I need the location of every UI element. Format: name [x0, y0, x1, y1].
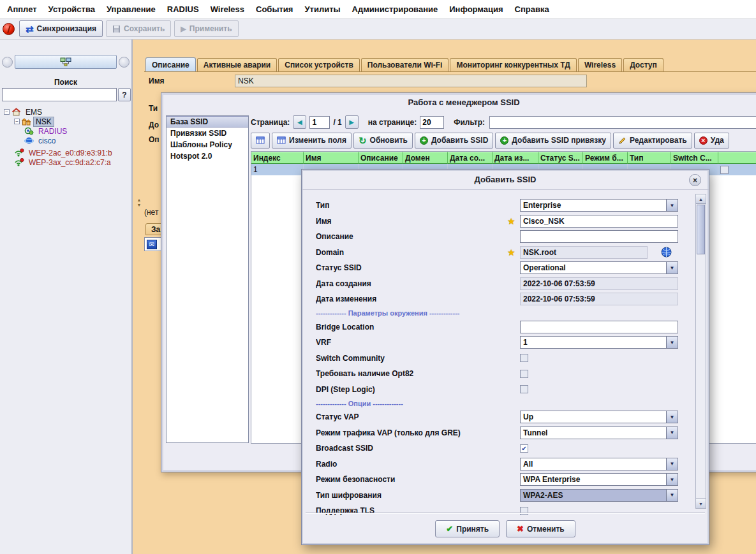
edit-fields-button[interactable]: Изменить поля: [272, 133, 352, 149]
field-select-1[interactable]: Enterprise▼: [520, 199, 678, 212]
field-select-18[interactable]: All▼: [520, 458, 678, 470]
column-header[interactable]: Имя: [304, 152, 359, 164]
search-help-button[interactable]: ?: [118, 88, 131, 101]
tab-7[interactable]: Доступ: [623, 58, 663, 71]
field-readonly-6: 2022-10-06 07:53:59: [520, 277, 678, 290]
menu-item-9[interactable]: Информация: [443, 0, 508, 18]
field-select-19[interactable]: WPA Enterprise▼: [520, 473, 678, 486]
column-header[interactable]: Домен: [403, 152, 448, 164]
domain-browse-button[interactable]: [661, 247, 672, 258]
add-ssid-binding-button[interactable]: +Добавить SSID привязку: [495, 133, 611, 149]
field-select-16[interactable]: Tunnel▼: [520, 426, 678, 439]
add-ssid-button[interactable]: +Добавить SSID: [415, 133, 493, 149]
nav-item-2[interactable]: Привязки SSID: [167, 128, 248, 139]
field-input-3[interactable]: [520, 230, 678, 243]
menu-item-3[interactable]: Управление: [101, 0, 161, 18]
mail-icon: ✉: [147, 240, 157, 249]
pagination-bar: Страница: ◀ / 1 ▶ на странице: Фильтр:: [251, 113, 756, 131]
tree-toggle-icon[interactable]: −: [4, 109, 10, 115]
tree-item[interactable]: WEP-3ax_cc:9d:a2:c7:a: [1, 157, 129, 167]
view-table-button[interactable]: [251, 133, 270, 149]
splitter[interactable]: ▲ ▼: [134, 40, 144, 554]
tree-item[interactable]: WEP-2ac_e0:d9:e3:91:b: [1, 148, 129, 157]
apply-icon: ▶: [181, 26, 186, 33]
filter-input[interactable]: [489, 116, 756, 129]
tab-5[interactable]: Мониторинг конкурентных ТД: [450, 58, 576, 71]
menu-item-8[interactable]: Администрирование: [346, 0, 444, 18]
close-icon[interactable]: ×: [689, 174, 701, 186]
select-value: Enterprise: [521, 200, 666, 211]
column-header[interactable]: Описание: [359, 152, 403, 164]
sync-button[interactable]: ⇄ Синхронизация: [19, 20, 103, 37]
field-label: Имя: [316, 217, 507, 226]
buttons-divider: [306, 513, 705, 514]
field-input-9[interactable]: [520, 321, 678, 333]
menu-item-5[interactable]: Wireless: [205, 0, 250, 18]
scroll-up-button[interactable]: ▲: [696, 194, 706, 204]
tree-item[interactable]: −NSK: [1, 117, 129, 126]
menu-item-7[interactable]: Утилиты: [299, 0, 346, 18]
prev-page-button[interactable]: ◀: [293, 115, 306, 129]
menu-item-2[interactable]: Устройства: [43, 0, 101, 18]
tree-item[interactable]: RADIUS: [1, 126, 129, 136]
scrollbar-thumb[interactable]: [697, 205, 705, 254]
column-header[interactable]: Дата со...: [448, 152, 493, 164]
panel-button-left[interactable]: [2, 57, 13, 68]
menu-item-1[interactable]: Апплет: [1, 0, 43, 18]
column-header[interactable]: Режим б...: [583, 152, 628, 164]
search-input[interactable]: [2, 88, 117, 101]
menu-item-6[interactable]: События: [250, 0, 299, 18]
nav-item-4[interactable]: Hotspot 2.0: [167, 150, 248, 162]
panel-button-right[interactable]: [119, 57, 130, 68]
per-page-input[interactable]: [420, 116, 444, 129]
field-select-10[interactable]: 1▼: [520, 336, 678, 349]
tab-2[interactable]: Активные аварии: [197, 58, 277, 71]
tab-1[interactable]: Описание: [145, 57, 196, 71]
field-select-15[interactable]: Up▼: [520, 411, 678, 423]
tab-4[interactable]: Пользователи Wi-Fi: [361, 58, 449, 71]
menu-item-10[interactable]: Справка: [509, 0, 555, 18]
field-checkbox-13[interactable]: [520, 385, 528, 393]
tree-toggle-icon[interactable]: −: [14, 119, 20, 124]
splitter-up-icon[interactable]: ▲: [137, 198, 142, 202]
column-header[interactable]: Статус S...: [538, 152, 583, 164]
field-checkbox-11[interactable]: [520, 354, 528, 362]
tree-item-label: NSK: [33, 117, 54, 127]
clipped-label-3: Оп: [149, 135, 159, 144]
field-select-20[interactable]: WPA2-AES▼: [520, 489, 678, 502]
tree-item[interactable]: −EMS: [1, 107, 129, 117]
tree-item[interactable]: cisco: [1, 136, 129, 145]
delete-button[interactable]: ×Уда: [694, 133, 729, 149]
column-header[interactable]: Тип: [628, 152, 671, 164]
field-checkbox-12[interactable]: [520, 370, 528, 378]
cancel-button[interactable]: ✖ Отменить: [506, 520, 575, 537]
field-checkbox-17[interactable]: ✔: [520, 444, 528, 453]
column-header[interactable]: Switch C...: [671, 152, 718, 164]
scroll-down-button[interactable]: ▼: [696, 499, 706, 508]
next-page-button[interactable]: ▶: [345, 115, 359, 129]
field-label: Switch Community: [316, 354, 507, 363]
edit-button[interactable]: Редактировать: [613, 133, 692, 149]
scrollbar[interactable]: ▲ ▼: [695, 194, 706, 509]
nav-item-1[interactable]: База SSID: [167, 116, 248, 128]
field-select-5[interactable]: Operational▼: [520, 261, 678, 274]
field-input-2[interactable]: [520, 215, 678, 228]
section-separator: ------------- Опции -------------: [316, 400, 403, 407]
refresh-button[interactable]: ↻Обновить: [353, 133, 413, 149]
nav-item-3[interactable]: Шаблоны Policy: [167, 139, 248, 150]
menu-item-4[interactable]: RADIUS: [161, 0, 205, 18]
accept-button[interactable]: ✔ Принять: [435, 520, 500, 537]
save-button[interactable]: Сохранить: [106, 20, 171, 37]
column-header[interactable]: Дата из...: [493, 152, 538, 164]
name-field[interactable]: NSK: [235, 75, 587, 87]
page-input[interactable]: [309, 116, 330, 129]
tab-3[interactable]: Список устройств: [278, 58, 360, 71]
splitter-down-icon[interactable]: ▼: [137, 203, 142, 207]
apply-button[interactable]: ▶ Применить: [174, 20, 238, 37]
save-icon: [112, 25, 121, 33]
network-view-button[interactable]: [15, 55, 117, 69]
select-value: Up: [521, 411, 666, 423]
tab-6[interactable]: Wireless: [578, 58, 622, 71]
column-header[interactable]: Индекс: [251, 152, 304, 164]
row-checkbox[interactable]: [720, 166, 729, 174]
